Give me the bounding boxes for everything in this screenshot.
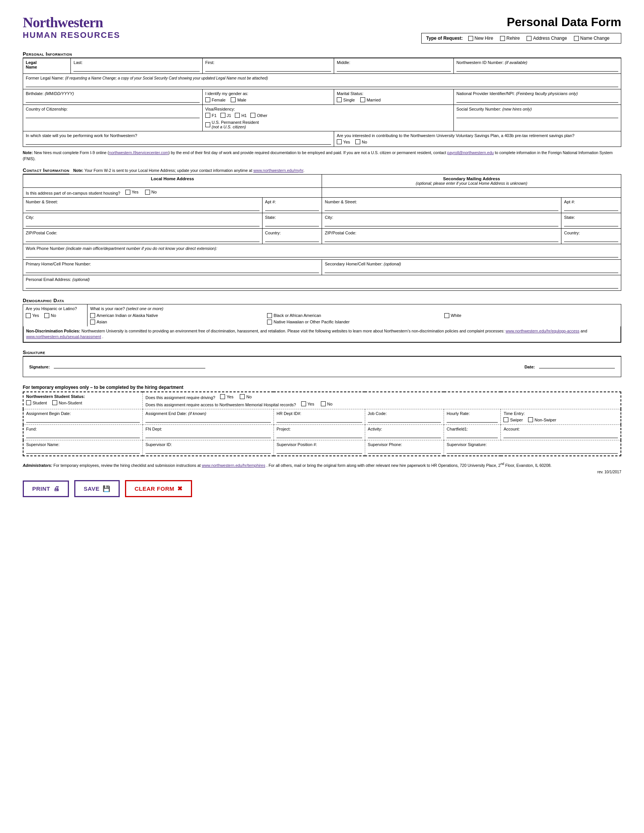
visa-other[interactable]: Other (250, 113, 267, 118)
checkbox-savings-yes[interactable] (337, 139, 342, 144)
checkbox-namechange[interactable] (574, 36, 579, 41)
job-code-field[interactable] (368, 416, 441, 423)
non-disc-link1[interactable]: www.northwestern.edu/hr/equlopp-access (506, 329, 580, 333)
visa-f1[interactable]: F1 (205, 113, 217, 118)
citizenship-field[interactable] (26, 112, 200, 118)
gender-male[interactable]: Male (231, 97, 246, 102)
myhr-link[interactable]: www.northwestern.edu/myhr (253, 168, 303, 173)
checkbox-female[interactable] (205, 97, 210, 102)
driving-no[interactable]: No (240, 394, 251, 399)
savings-no[interactable]: No (355, 139, 367, 144)
assignment-end-field[interactable] (145, 416, 271, 423)
apt-field-local[interactable] (265, 205, 319, 211)
supervisor-phone-field[interactable] (368, 447, 441, 453)
number-street-field-sec[interactable] (325, 205, 559, 211)
former-legal-field[interactable] (26, 81, 618, 87)
middle-field[interactable] (337, 66, 451, 72)
activity-field[interactable] (368, 432, 441, 438)
checkbox-single[interactable] (337, 97, 342, 102)
checkbox-race-white[interactable] (444, 313, 449, 318)
gender-female[interactable]: Female (205, 97, 226, 102)
checkbox-race-ai[interactable] (90, 313, 95, 318)
print-button[interactable]: PRINT 🖨 (23, 481, 69, 497)
checkbox-h1[interactable] (235, 113, 240, 118)
number-street-field-local[interactable] (26, 205, 259, 211)
chartfield1-field[interactable] (447, 432, 498, 438)
checkbox-driving-no[interactable] (240, 394, 245, 399)
birthdate-field[interactable] (26, 96, 200, 103)
state-field-sec[interactable] (564, 220, 618, 227)
hispanic-yes[interactable]: Yes (26, 313, 39, 318)
checkbox-student[interactable] (26, 400, 31, 405)
temphires-link[interactable]: www.northwestern.edu/hr/temphires (202, 463, 266, 468)
checkbox-driving-yes[interactable] (220, 394, 225, 399)
checkbox-hispanic-yes[interactable] (26, 313, 31, 318)
race-black[interactable]: Black or African American (267, 313, 439, 318)
zip-field-local[interactable] (26, 236, 259, 242)
housing-yes[interactable]: Yes (126, 190, 138, 195)
driving-yes[interactable]: Yes (220, 394, 233, 399)
checkbox-newhire[interactable] (468, 36, 473, 41)
clear-button[interactable]: CLEAR FORM ✖ (125, 480, 192, 497)
checkbox-hospital-no[interactable] (321, 401, 326, 406)
assignment-begin-field[interactable] (26, 416, 140, 423)
state-work-field[interactable] (26, 138, 331, 145)
ssn-field[interactable] (456, 112, 618, 118)
supervisor-name-field[interactable] (26, 447, 140, 453)
race-white[interactable]: White (444, 313, 616, 318)
hispanic-no[interactable]: No (44, 313, 56, 318)
checkbox-race-pacific[interactable] (267, 320, 272, 325)
fund-field[interactable] (26, 432, 140, 438)
checkbox-race-asian[interactable] (90, 320, 95, 325)
nwid-field[interactable] (456, 66, 618, 72)
non-student-option[interactable]: Non-Student (52, 400, 82, 405)
checkbox-married[interactable] (360, 97, 365, 102)
city-field-sec[interactable] (325, 220, 559, 227)
work-phone-field[interactable] (26, 251, 618, 257)
hospital-no[interactable]: No (321, 401, 333, 406)
checkbox-j1[interactable] (221, 113, 225, 118)
checkbox-swiper[interactable] (504, 417, 509, 422)
request-address[interactable]: Address Change (526, 35, 567, 41)
checkbox-male[interactable] (231, 97, 236, 102)
secondary-phone-field[interactable] (325, 267, 618, 273)
supervisor-id-field[interactable] (145, 447, 271, 453)
race-american-indian[interactable]: American Indian or Alaska Native (90, 313, 262, 318)
last-field[interactable] (74, 66, 199, 72)
request-rehire[interactable]: Rehire (500, 35, 520, 41)
request-namechange[interactable]: Name Change (574, 35, 610, 41)
checkbox-address[interactable] (526, 36, 531, 41)
country-field-local[interactable] (265, 236, 319, 242)
checkbox-savings-no[interactable] (355, 139, 360, 144)
marital-married[interactable]: Married (360, 97, 381, 102)
city-field-local[interactable] (26, 220, 259, 227)
hospital-yes[interactable]: Yes (301, 401, 314, 406)
checkbox-perm[interactable] (205, 122, 210, 127)
fn-dept-field[interactable] (145, 432, 271, 438)
i9-link[interactable]: northwestern.I9servicecenter.com (109, 150, 169, 155)
npi-field[interactable] (456, 96, 618, 103)
checkbox-non-swiper[interactable] (528, 417, 533, 422)
perm-resident[interactable]: U.S. Permanent Resident (not a U.S. citi… (205, 120, 259, 129)
housing-no[interactable]: No (145, 190, 157, 195)
project-field[interactable] (277, 432, 362, 438)
hourly-rate-field[interactable] (447, 416, 498, 423)
non-swiper-option[interactable]: Non-Swiper (528, 417, 556, 422)
country-field-sec[interactable] (564, 236, 618, 242)
zip-field-sec[interactable] (325, 236, 559, 242)
checkbox-housing-yes[interactable] (126, 190, 130, 195)
request-newhire[interactable]: New Hire (468, 35, 493, 41)
payroll-link[interactable]: payroll@northwestern.edu (448, 150, 494, 155)
first-field[interactable] (205, 66, 331, 72)
checkbox-other[interactable] (250, 113, 255, 118)
state-field-local[interactable] (265, 220, 319, 227)
apt-field-sec[interactable] (564, 205, 618, 211)
primary-phone-field[interactable] (26, 267, 319, 273)
race-asian[interactable]: Asian (90, 320, 262, 325)
supervisor-sig-field[interactable] (447, 447, 618, 453)
checkbox-f1[interactable] (205, 113, 210, 118)
checkbox-hispanic-no[interactable] (44, 313, 49, 318)
checkbox-race-black[interactable] (267, 313, 272, 318)
supervisor-position-field[interactable] (277, 447, 362, 453)
hr-dept-field[interactable] (277, 416, 362, 423)
